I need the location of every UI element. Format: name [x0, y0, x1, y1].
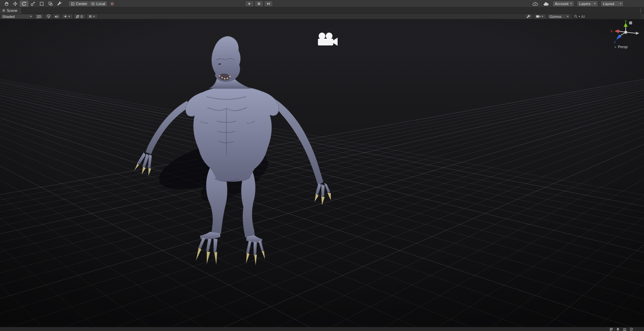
chevron-down-icon: ▾ [542, 15, 543, 18]
main-toolbar: Center Local Account ▾ Layers ▾ Layout ▾ [0, 0, 644, 7]
hidden-objects-icon [76, 15, 80, 19]
gizmo-menu-icon[interactable] [629, 21, 632, 24]
status-bar [0, 327, 644, 331]
projection-toggle-arrow[interactable]: < [615, 45, 616, 49]
grid-toggle-icon [88, 15, 92, 18]
chevron-down-icon: ▾ [570, 2, 572, 5]
collab-cloud-icon [532, 2, 538, 6]
lightbulb-icon [47, 14, 51, 19]
camera-icon [536, 15, 541, 18]
scale-icon [31, 1, 35, 6]
scene-viewport[interactable]: y x z < Persp [0, 19, 644, 327]
wrench-icon [57, 1, 62, 6]
orientation-mode-button[interactable]: Local [89, 1, 107, 7]
toggle-2d-label: 2D [37, 15, 41, 19]
play-controls [245, 1, 273, 7]
scene-render[interactable]: y x z < Persp [0, 19, 644, 327]
chevron-down-icon: ▾ [93, 15, 95, 18]
move-icon [13, 1, 18, 6]
orientation-mode-label: Local [96, 2, 105, 6]
cloud-button[interactable] [542, 1, 550, 7]
layers-dropdown[interactable]: Layers ▾ [577, 1, 598, 7]
scene-tools-button[interactable] [525, 14, 532, 19]
gizmos-dropdown[interactable]: Gizmos ▾ [548, 14, 570, 19]
local-space-icon [91, 2, 95, 6]
pivot-mode-button[interactable]: Center [68, 1, 89, 7]
effects-sparkle-icon [63, 15, 67, 19]
chevron-down-icon: ▾ [567, 15, 568, 18]
gizmos-label: Gizmos [549, 15, 562, 19]
scene-visibility-button[interactable]: 0 [74, 14, 85, 19]
progress-tasks-icon[interactable] [609, 328, 613, 331]
scene-tab-label: Scene [7, 8, 17, 13]
search-filter-caret-icon: ▾ [579, 15, 580, 18]
axis-center-handle[interactable] [624, 31, 627, 34]
collab-button[interactable] [531, 1, 540, 7]
account-dropdown[interactable]: Account ▾ [552, 1, 574, 7]
draw-mode-label: Shaded [2, 15, 15, 19]
search-text: All [581, 15, 585, 19]
layout-dropdown[interactable]: Layout ▾ [601, 1, 624, 7]
scene-camera-dropdown[interactable]: ▾ [534, 14, 546, 19]
speaker-icon [55, 15, 59, 19]
cloud-icon [543, 2, 549, 6]
hand-icon [4, 1, 9, 6]
custom-tools-button[interactable] [55, 1, 64, 7]
step-button[interactable] [264, 1, 273, 7]
pause-icon [257, 2, 261, 5]
search-icon [574, 15, 578, 18]
rotate-icon [22, 1, 26, 6]
chevron-down-icon: ▾ [68, 15, 70, 18]
chevron-down-icon: ▾ [594, 2, 596, 5]
play-icon [248, 2, 251, 5]
bell-icon[interactable] [616, 328, 620, 331]
scene-grid-dropdown[interactable]: ▾ [87, 14, 98, 19]
scene-lighting-button[interactable] [45, 14, 52, 19]
scene-grid-icon [2, 9, 5, 12]
transform-tool-button[interactable] [46, 1, 55, 7]
hidden-objects-count: 0 [81, 15, 83, 19]
move-tool-button[interactable] [11, 1, 20, 7]
scene-audio-button[interactable] [53, 14, 60, 19]
toggle-2d-button[interactable]: 2D [35, 14, 43, 19]
axis-z-label: z [614, 40, 616, 44]
tab-options-icon[interactable]: ⋮ [639, 8, 643, 13]
window-tab-bar: Scene ⋮ [0, 7, 644, 14]
transform-icon [48, 1, 53, 6]
connection-status-icon[interactable] [630, 328, 633, 331]
pivot-icon [71, 2, 75, 6]
axis-y-label: y [625, 19, 627, 23]
vignette [0, 19, 644, 327]
pivot-mode-label: Center [76, 2, 87, 6]
chevron-down-icon: ▾ [30, 15, 32, 18]
layers-label: Layers [579, 2, 590, 6]
chevron-down-icon: ▾ [620, 2, 621, 5]
scene-effects-dropdown[interactable]: ▾ [62, 14, 73, 19]
scene-wrench-icon [526, 15, 530, 19]
scale-tool-button[interactable] [28, 1, 37, 7]
layout-label: Layout [603, 2, 614, 6]
grid-snap-button[interactable] [108, 1, 117, 7]
rect-tool-button[interactable] [37, 1, 46, 7]
play-button[interactable] [245, 1, 254, 7]
collab-status-icon[interactable] [623, 328, 627, 331]
scene-search-field[interactable]: ▾ All [572, 14, 641, 19]
rect-transform-icon [39, 1, 44, 6]
account-label: Account [555, 2, 568, 6]
hand-tool-button[interactable] [2, 1, 11, 7]
axis-x-label: x [611, 29, 612, 33]
grid-snap-icon [110, 1, 115, 6]
step-icon [267, 2, 270, 5]
draw-mode-dropdown[interactable]: Shaded ▾ [1, 14, 33, 19]
scene-tab[interactable]: Scene [0, 7, 22, 14]
rotate-tool-button[interactable] [20, 1, 28, 7]
pause-button[interactable] [255, 1, 263, 7]
scene-view-toolbar: Shaded ▾ 2D ▾ 0 ▾ ▾ Gizmos ▾ ▾ All [0, 14, 644, 19]
projection-label[interactable]: Persp [618, 45, 628, 49]
